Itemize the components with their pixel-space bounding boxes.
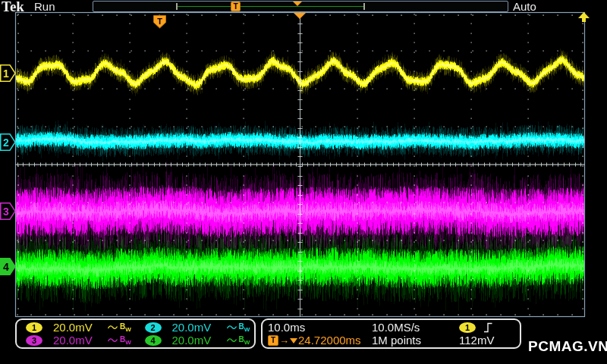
record-view-bar[interactable]: T: [93, 1, 508, 12]
oscilloscope-screen: Tek Run Auto T T 1 2: [0, 0, 607, 364]
svg-text:1: 1: [3, 67, 9, 80]
expansion-point-icon[interactable]: [294, 13, 306, 19]
channel-2-position-marker[interactable]: 2: [0, 133, 16, 151]
svg-text:3: 3: [3, 206, 9, 218]
channel-3-badge: 3: [26, 335, 42, 346]
channel-2-badge: 2: [145, 322, 162, 333]
channel-4-readout[interactable]: 4 20.0mV BW: [136, 334, 255, 347]
arrow-right-icon: →: [279, 334, 289, 346]
trigger-mode-status: Auto: [513, 0, 536, 13]
acquisition-status: Run: [34, 0, 55, 13]
channel-3-coupling-icons: BW: [108, 335, 131, 346]
trigger-level-value[interactable]: 112mV: [454, 334, 520, 347]
record-view-trigger-icon: T: [231, 2, 241, 11]
trigger-source-badge: 1: [459, 322, 476, 333]
horizontal-trigger-readout-box: 10.0ms 10.0MS/s 1 T → 24.72000ms 1M poin…: [261, 318, 521, 349]
channel-1-scale: 20.0mV: [53, 321, 102, 334]
channel-3-position-marker[interactable]: 3: [0, 202, 16, 220]
bandwidth-limit-icon: BW: [239, 335, 250, 346]
channel-1-position-marker[interactable]: 1: [0, 64, 16, 82]
channel-2-scale: 20.0mV: [172, 321, 221, 334]
tek-logo: Tek: [2, 0, 24, 15]
trigger-delay-readout[interactable]: T → 24.72000ms: [263, 334, 366, 347]
ac-coupling-icon: [227, 324, 237, 331]
record-length: 1M points: [366, 334, 454, 347]
trigger-slope-rising-icon: [483, 322, 493, 334]
horizontal-scale[interactable]: 10.0ms: [263, 321, 366, 334]
channel-4-coupling-icons: BW: [227, 335, 250, 346]
channel-1-readout[interactable]: 1 20.0mV BW: [17, 321, 136, 334]
channel-1-coupling-icons: BW: [108, 322, 131, 333]
bandwidth-limit-icon: BW: [120, 322, 131, 333]
bandwidth-limit-icon: BW: [120, 335, 131, 346]
ac-coupling-icon: [108, 324, 118, 331]
channel-3-readout[interactable]: 3 20.0mV BW: [17, 334, 136, 347]
bandwidth-limit-icon: BW: [239, 322, 250, 333]
watermark: PCMAG.VN: [528, 338, 607, 355]
channel-4-badge: 4: [145, 335, 162, 346]
channel-4-scale: 20.0mV: [172, 334, 221, 347]
record-view-left-bracket: [176, 3, 178, 10]
record-view-window-line: [177, 6, 364, 7]
channel-2-coupling-icons: BW: [227, 322, 250, 333]
expansion-point-small-icon: [290, 338, 297, 344]
channel-readout-box: 1 20.0mV BW 2 20.0mV BW 3 20.0mV: [15, 318, 256, 349]
trigger-source-cell[interactable]: 1: [454, 321, 520, 334]
trigger-icon: T: [268, 335, 278, 346]
svg-text:T: T: [157, 17, 162, 26]
channel-3-scale: 20.0mV: [53, 334, 102, 347]
trigger-delay-value: 24.72000ms: [298, 334, 361, 347]
channel-1-badge: 1: [26, 322, 42, 333]
sample-rate: 10.0MS/s: [366, 321, 454, 334]
channel-2-readout[interactable]: 2 20.0mV BW: [136, 321, 255, 334]
record-view-expansion-icon: [293, 2, 302, 6]
trigger-level-offscreen-arrow-icon[interactable]: [578, 11, 590, 25]
waveform-canvas: [0, 0, 607, 364]
channel-4-position-marker[interactable]: 4: [0, 258, 16, 275]
ac-coupling-icon: [227, 337, 237, 344]
svg-text:4: 4: [3, 261, 9, 273]
ac-coupling-icon: [108, 337, 118, 344]
trigger-position-icon[interactable]: T: [153, 15, 166, 32]
record-view-right-bracket: [363, 3, 365, 10]
svg-text:2: 2: [3, 136, 9, 149]
